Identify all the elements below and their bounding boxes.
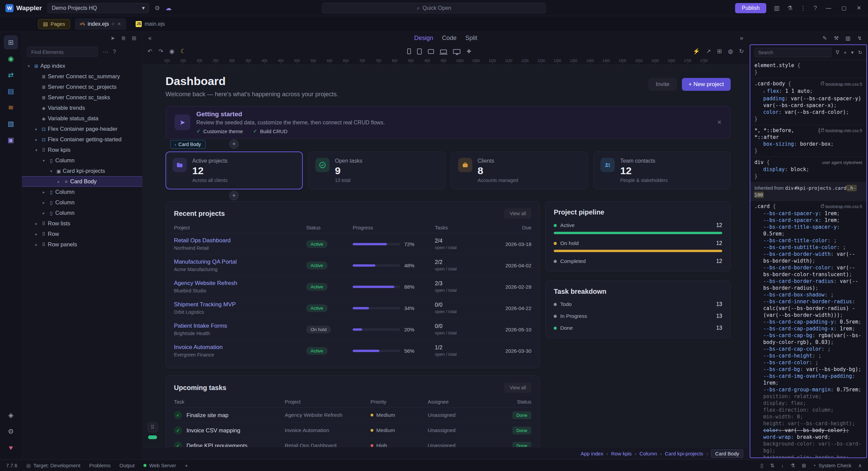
project-link[interactable]: Shipment Tracking MVP xyxy=(174,301,306,308)
chevron-down-icon[interactable]: ▾ xyxy=(851,49,854,56)
css-declaration[interactable]: --bs-card-border-color: var(--bs-border-… xyxy=(754,264,862,278)
close-icon[interactable]: × xyxy=(717,118,722,127)
chevron-down-icon[interactable]: ▾ xyxy=(48,169,55,173)
chevron-right-icon[interactable]: ▸ xyxy=(33,242,40,247)
css-declaration[interactable]: --bs-card-box-shadow: ; xyxy=(754,291,862,298)
tree-item-column[interactable]: ▸▯Column xyxy=(22,197,142,208)
download-icon[interactable]: ↓ xyxy=(781,463,784,468)
new-project-button[interactable]: + New project xyxy=(682,78,731,91)
css-declaration[interactable]: --bs-card-subtitle-color: ; xyxy=(754,244,862,251)
css-declaration[interactable]: --bs-card-cap-color: ; xyxy=(754,346,862,352)
breadcrumb-item-app-index[interactable]: App index xyxy=(580,451,603,456)
open-in-browser-icon[interactable]: ↗ xyxy=(706,48,711,55)
breadcrumb-item-card-body[interactable]: Card Body xyxy=(711,449,743,458)
css-selector[interactable]: .card xyxy=(754,203,770,210)
tree-item-variable-status-data[interactable]: ◈Variable status_data xyxy=(22,113,142,124)
tree-item-card-kpi-projects[interactable]: ▾▣Card kpi-projects xyxy=(22,166,142,176)
tree-item-row-panels[interactable]: ▸⠿Row panels xyxy=(22,239,142,250)
add-rule-icon[interactable]: + xyxy=(844,49,847,55)
view-all-button[interactable]: View all xyxy=(504,383,531,393)
tab-index-ejs[interactable]: <% index.ejs × xyxy=(75,18,126,30)
chevron-down-icon[interactable]: ▾ xyxy=(40,158,47,163)
css-declaration[interactable]: --bs-card-cap-padding-x: 1rem; xyxy=(754,325,862,332)
css-declaration[interactable]: padding: var(--bs-card-spacer-y) var(--b… xyxy=(754,95,862,109)
css-declaration[interactable]: --bs-card-title-spacer-y: 0.5rem; xyxy=(754,224,862,237)
settings-icon[interactable]: ⚙ xyxy=(4,424,18,438)
css-declaration[interactable]: word-wrap: break-word; xyxy=(754,434,862,441)
target-selector[interactable]: ◎ Target: Development xyxy=(26,463,80,469)
collapse-right-icon[interactable]: » xyxy=(740,35,743,42)
tree-item-column[interactable]: ▾▯Column xyxy=(22,155,142,166)
selected-element-chip[interactable]: ‹ Card Body xyxy=(170,140,205,149)
mode-split[interactable]: Split xyxy=(466,35,477,42)
dark-mode-icon[interactable]: ☾ xyxy=(180,48,185,55)
apps-grid-button[interactable]: ⠿ xyxy=(147,422,158,432)
tree-item-server-connect-sc-tasks[interactable]: ≣Server Connect sc_tasks xyxy=(22,92,142,103)
css-declaration[interactable]: color: var(--bs-card-color); xyxy=(754,109,862,116)
project-link[interactable]: Retail Ops Dashboard xyxy=(174,237,306,244)
filter-icon[interactable]: ∇ xyxy=(836,49,839,56)
mode-design[interactable]: Design xyxy=(414,35,433,42)
close-tab-icon[interactable]: × xyxy=(117,21,122,27)
cloud-upload-icon[interactable]: ☁ xyxy=(165,5,172,11)
add-element-button[interactable]: + xyxy=(229,139,239,149)
web-server-status[interactable]: Web Server xyxy=(143,463,176,468)
maximize-button[interactable]: ▢ xyxy=(840,5,848,11)
css-declaration[interactable]: height: var(--bs-card-height); xyxy=(754,420,862,427)
more-icon[interactable]: ⋯ xyxy=(103,49,108,55)
find-elements-input[interactable] xyxy=(27,47,98,57)
check-item[interactable]: ✓ Customize theme xyxy=(196,128,243,134)
invite-button[interactable]: Invite xyxy=(648,78,677,91)
undo-icon[interactable]: ↶ xyxy=(147,48,152,55)
help-icon[interactable]: ? xyxy=(113,49,116,55)
structure-icon[interactable]: ⊞ xyxy=(132,35,136,41)
tree-item-row[interactable]: ▸⠿Row xyxy=(22,229,142,239)
chevron-right-icon[interactable]: ▸ xyxy=(33,221,40,226)
chevron-right-icon[interactable]: ▸ xyxy=(55,179,62,184)
css-declaration[interactable]: --bs-card-inner-border-radius: calc(var(… xyxy=(754,298,862,319)
css-declaration[interactable]: --bs-card-height: ; xyxy=(754,352,862,359)
server-workflows-icon[interactable]: ◉ xyxy=(4,52,18,66)
chevron-right-icon[interactable]: ▸ xyxy=(33,232,40,237)
chevron-down-icon[interactable]: ▾ xyxy=(25,64,32,68)
chevron-right-icon[interactable]: ▸ xyxy=(33,137,40,142)
view-all-button[interactable]: View all xyxy=(504,208,531,219)
tree-item-flex-container-getting-started[interactable]: ▸⊡Flex Container getting-started xyxy=(22,134,142,145)
flask-icon[interactable]: ⚗ xyxy=(790,463,795,469)
breadcrumb-item-column[interactable]: Column xyxy=(639,451,657,456)
close-button[interactable]: ✕ xyxy=(855,5,863,11)
edit-icon[interactable]: ✎ xyxy=(823,35,827,41)
chevron-right-icon[interactable]: ▸ xyxy=(40,211,47,216)
css-selector[interactable]: *, *::before, *::after xyxy=(754,127,815,141)
css-declaration[interactable]: position: relative; xyxy=(754,393,862,400)
publish-button[interactable]: Publish xyxy=(735,3,766,13)
tree-item-server-connect-sc-summary[interactable]: ≣Server Connect sc_summary xyxy=(22,71,142,82)
pin-icon[interactable]: ♥ xyxy=(4,441,18,455)
output-button[interactable]: Output xyxy=(119,463,135,468)
chevron-up-icon[interactable]: ∧ xyxy=(858,463,862,469)
styles-search-input[interactable] xyxy=(754,48,831,57)
frontend-flows-icon[interactable]: ⇄ xyxy=(4,68,18,82)
camera-icon[interactable]: ◉ xyxy=(170,48,175,55)
breadcrumb-item-card-kpi-projects[interactable]: Card kpi-projects xyxy=(665,451,703,456)
stylesheet-source-link[interactable]: bootstrap.min.css:5 xyxy=(821,127,862,134)
flask-icon[interactable]: ⚗ xyxy=(787,5,792,11)
add-target-button[interactable]: + xyxy=(185,463,188,468)
chevron-right-icon[interactable]: ▸ xyxy=(40,200,47,205)
assets-icon[interactable]: ▧ xyxy=(4,117,18,131)
chevron-right-icon[interactable]: ▸ xyxy=(33,127,40,131)
system-check-button[interactable]: ◔ System Check xyxy=(813,463,851,468)
plug-icon[interactable]: ⚡ xyxy=(693,48,700,55)
responsive-icon[interactable]: ▯ xyxy=(761,463,763,469)
database-icon[interactable]: ▤ xyxy=(4,84,18,98)
tools-icon[interactable]: ⚒ xyxy=(834,35,839,41)
pages-button[interactable]: ▤ Pages xyxy=(38,19,70,29)
mode-code[interactable]: Code xyxy=(442,35,456,42)
problems-button[interactable]: Problems xyxy=(89,463,111,468)
css-declaration[interactable]: --bs-card-cap-bg: rgba(var(--bs-body-col… xyxy=(754,332,862,346)
help-icon[interactable]: ? xyxy=(813,5,817,11)
ai-assistant-icon[interactable]: ◈ xyxy=(4,408,18,422)
kpi-card-active-projects[interactable]: Active projects12Across all clients xyxy=(165,151,303,189)
tablet-portrait-preview-icon[interactable] xyxy=(417,48,422,55)
css-declaration[interactable]: --bs-card-img-overlay-padding: 1rem; xyxy=(754,373,862,386)
